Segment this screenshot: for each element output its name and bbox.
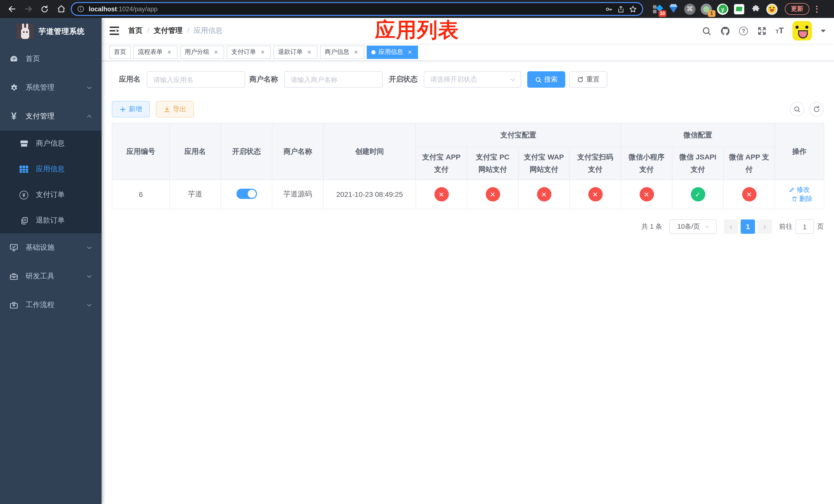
sidebar-item-app-info[interactable]: 应用信息 bbox=[0, 156, 102, 182]
fullscreen-icon[interactable] bbox=[756, 26, 767, 36]
merchant-name-input[interactable] bbox=[284, 71, 382, 88]
wechat-app-disabled-icon bbox=[742, 187, 756, 202]
payment-submenu: 商户信息 应用信息 ¥ 支付订单 退款订单 bbox=[0, 131, 102, 233]
reset-button[interactable]: 重置 bbox=[569, 71, 607, 88]
group-header-alipay: 支付宝配置 bbox=[416, 123, 621, 147]
close-icon[interactable] bbox=[306, 48, 313, 55]
sidebar-item-refund-order[interactable]: 退款订单 bbox=[0, 208, 102, 233]
profile-avatar-icon[interactable] bbox=[766, 3, 777, 15]
sidebar-item-system[interactable]: 系统管理 bbox=[0, 73, 102, 102]
enabled-toggle[interactable] bbox=[236, 188, 257, 199]
add-button[interactable]: 新增 bbox=[112, 101, 150, 117]
bookmark-star-icon[interactable] bbox=[629, 5, 637, 13]
chevron-up-icon bbox=[86, 113, 92, 119]
search-icon[interactable] bbox=[701, 26, 711, 36]
sidebar-menu: 首页 系统管理 ¥ 支付管理 bbox=[0, 45, 102, 319]
goto-page-input[interactable] bbox=[795, 220, 814, 234]
tab-refund-order[interactable]: 退款订单 bbox=[273, 45, 317, 59]
toggle-search-button[interactable] bbox=[790, 102, 804, 116]
column-header-alipay-wap: 支付宝 WAP 网站支付 bbox=[518, 147, 570, 180]
password-key-icon[interactable] bbox=[605, 5, 613, 13]
chrome-update-button[interactable]: 更新 bbox=[785, 3, 809, 15]
extension-grid-icon[interactable]: 10 bbox=[652, 3, 663, 15]
app-name-label: 应用名 bbox=[119, 75, 147, 84]
browser-menu-icon[interactable] bbox=[812, 3, 821, 15]
breadcrumb-current: 应用信息 bbox=[182, 26, 223, 36]
breadcrumb-payment[interactable]: 支付管理 bbox=[142, 26, 182, 36]
extension-chat-icon[interactable] bbox=[733, 3, 745, 15]
column-header-app-id: 应用编号 bbox=[112, 123, 170, 180]
status-label: 开启状态 bbox=[389, 75, 424, 84]
extensions-puzzle-icon[interactable] bbox=[750, 3, 761, 15]
user-avatar[interactable] bbox=[792, 21, 812, 41]
extension-command-icon[interactable]: ⌘ bbox=[684, 3, 696, 15]
sidebar-logo[interactable]: 芋道管理系统 bbox=[0, 18, 102, 45]
tab-label: 退款订单 bbox=[278, 48, 303, 56]
chevron-down-icon bbox=[86, 302, 92, 308]
column-header-status: 开启状态 bbox=[221, 123, 272, 180]
extension-recorder-icon[interactable]: 1 bbox=[701, 3, 712, 15]
github-icon[interactable] bbox=[720, 26, 730, 36]
recorder-badge: 1 bbox=[708, 10, 716, 17]
status-select[interactable]: 请选择开启状态 bbox=[424, 71, 521, 88]
edit-link[interactable]: 修改 bbox=[789, 185, 810, 194]
prev-page-button[interactable] bbox=[724, 220, 738, 234]
extension-y-icon[interactable]: y bbox=[717, 3, 728, 15]
close-icon[interactable] bbox=[352, 48, 359, 55]
tab-home[interactable]: 首页 bbox=[109, 45, 131, 59]
page-size-select[interactable]: 10条/页 bbox=[670, 220, 717, 234]
tags-view-bar: 首页 流程表单 用户分组 支付订单 退款订单 商户信息 应用信息 bbox=[102, 44, 834, 61]
status-select-placeholder: 请选择开启状态 bbox=[430, 75, 510, 84]
sidebar-item-workflow[interactable]: 工作流程 bbox=[0, 291, 102, 319]
close-icon[interactable] bbox=[406, 48, 413, 55]
user-menu-caret-icon[interactable] bbox=[821, 29, 826, 35]
app-name-input[interactable] bbox=[147, 71, 245, 88]
help-icon[interactable]: ? bbox=[739, 26, 748, 35]
share-icon[interactable] bbox=[617, 5, 625, 13]
breadcrumb-home[interactable]: 首页 bbox=[128, 26, 142, 36]
briefcase-icon bbox=[9, 300, 19, 310]
extension-gem-icon[interactable] bbox=[668, 3, 679, 15]
tab-app-info[interactable]: 应用信息 bbox=[367, 45, 418, 59]
refresh-table-button[interactable] bbox=[809, 102, 824, 116]
close-icon[interactable] bbox=[212, 48, 220, 55]
page-number-button[interactable]: 1 bbox=[741, 220, 755, 234]
tab-payment-order[interactable]: 支付订单 bbox=[227, 45, 271, 59]
site-info-icon[interactable] bbox=[77, 5, 85, 13]
font-size-icon[interactable]: TT bbox=[775, 26, 784, 36]
reload-icon[interactable] bbox=[38, 2, 51, 16]
column-header-alipay-app: 支付宝 APP 支付 bbox=[416, 147, 467, 180]
back-icon[interactable] bbox=[5, 2, 19, 16]
page-unit-label: 页 bbox=[817, 222, 824, 231]
tab-process-form[interactable]: 流程表单 bbox=[133, 45, 177, 59]
tab-label: 支付订单 bbox=[231, 48, 256, 56]
sidebar-collapse-icon[interactable] bbox=[109, 26, 120, 36]
monitor-icon bbox=[9, 243, 19, 252]
sidebar-item-payment-order[interactable]: ¥ 支付订单 bbox=[0, 182, 102, 208]
tab-merchant-info[interactable]: 商户信息 bbox=[320, 45, 364, 59]
search-button[interactable]: 搜索 bbox=[527, 71, 565, 88]
sidebar-item-label: 支付订单 bbox=[36, 190, 102, 200]
dashboard-icon bbox=[9, 54, 19, 64]
cell-create-time: 2021-10-23 08:49:25 bbox=[323, 180, 416, 209]
chevron-down-icon bbox=[86, 85, 92, 91]
export-button[interactable]: 导出 bbox=[156, 101, 194, 117]
forward-icon[interactable] bbox=[22, 2, 35, 16]
sidebar-item-merchant-info[interactable]: 商户信息 bbox=[0, 131, 102, 156]
column-header-wechat-jsapi: 微信 JSAPI 支付 bbox=[672, 147, 723, 180]
close-icon[interactable] bbox=[166, 48, 173, 55]
sidebar-item-infrastructure[interactable]: 基础设施 bbox=[0, 233, 102, 262]
close-icon[interactable] bbox=[259, 48, 266, 55]
sidebar-item-home[interactable]: 首页 bbox=[0, 45, 102, 73]
address-bar[interactable]: localhost:1024/pay/app bbox=[71, 2, 643, 16]
delete-link[interactable]: 删除 bbox=[791, 194, 812, 204]
chevron-down-icon bbox=[702, 224, 712, 229]
sidebar-item-dev-tools[interactable]: 研发工具 bbox=[0, 262, 102, 291]
cell-app-id: 6 bbox=[112, 180, 170, 209]
next-page-button[interactable] bbox=[758, 220, 772, 234]
sidebar-item-payment[interactable]: ¥ 支付管理 bbox=[0, 102, 102, 131]
plus-icon bbox=[119, 106, 126, 113]
home-icon[interactable] bbox=[54, 2, 68, 16]
tab-user-group[interactable]: 用户分组 bbox=[180, 45, 224, 59]
url-host: localhost bbox=[89, 5, 117, 13]
